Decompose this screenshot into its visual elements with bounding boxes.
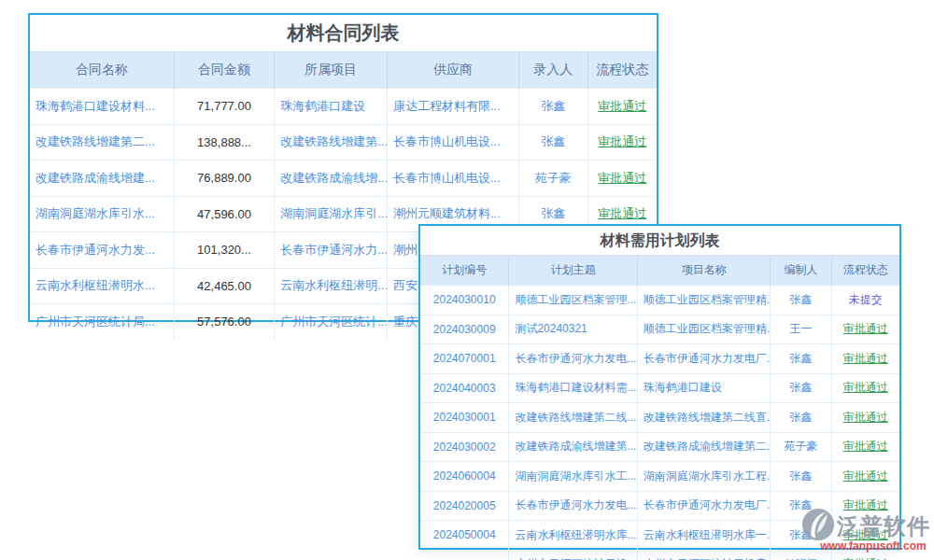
column-header: 计划编号 [420,256,509,286]
workflow-status-link[interactable]: 审批通过 [831,403,899,433]
workflow-status-link[interactable]: 审批通过 [831,344,899,374]
contract-header-row: 合同名称合同金额所属项目供应商录入人流程状态 [30,52,657,89]
column-header: 所属项目 [275,52,388,89]
plan-subject-link[interactable]: 珠海鹤港口建设材料需... [509,373,637,403]
project-link[interactable]: 改建铁路线增建第... [275,124,388,161]
plan-subject-link[interactable]: 顺德工业园区档案管理... [509,286,637,315]
column-header: 供应商 [387,52,518,89]
column-header: 项目名称 [637,256,771,286]
author-name: 张鑫 [771,462,831,492]
contract-name-link[interactable]: 云南水利枢纽潜明水... [30,268,174,304]
plan-subject-link[interactable]: 长春市伊通河水力发电... [509,344,637,374]
project-name-link[interactable]: 长春市伊通河水力发电厂... [637,491,771,521]
contract-amount: 42,465.00 [174,268,274,304]
column-header: 录入人 [518,52,587,89]
plan-subject-link[interactable]: 长春市伊通河水力发电... [509,491,637,521]
supplier-link[interactable]: 长春市博山机电设... [387,161,518,197]
entry-person: 苑子豪 [518,161,587,197]
project-name-link[interactable]: 湖南洞庭湖水库引水工程... [637,462,771,492]
plan-number-link[interactable]: 2024030001 [420,403,509,433]
plan-number-link[interactable]: 2024030010 [420,286,509,315]
plan-subject-link[interactable]: 广州市天河区统计局机... [509,550,637,560]
author-name: 张鑫 [771,344,831,374]
table-row: 2024070001长春市伊通河水力发电...长春市伊通河水力发电厂...张鑫审… [420,344,899,374]
project-link[interactable]: 珠海鹤港口建设 [275,89,388,125]
workflow-status-link[interactable]: 审批通过 [831,462,899,492]
workflow-status-link[interactable]: 审批通过 [831,315,899,344]
workflow-status-link[interactable]: 未提交 [831,286,899,315]
project-link[interactable]: 改建铁路成渝线增... [275,161,388,197]
table-row: 2024030001改建铁路线增建第二线...改建铁路线增建第二线直...张鑫审… [420,403,899,433]
brand-url: www.fanpusoft.com [801,539,932,553]
plan-subject-link[interactable]: 改建铁路线增建第二线... [509,403,637,433]
plan-header-row: 计划编号计划主题项目名称编制人流程状态 [420,256,899,286]
contract-amount: 71,777.00 [174,89,274,125]
plan-number-link[interactable]: 2024030002 [420,432,509,462]
contract-name-link[interactable]: 广州市天河区统计局... [30,304,174,340]
column-header: 编制人 [771,256,831,286]
table-row: 2024060004湖南洞庭湖水库引水工...湖南洞庭湖水库引水工程...张鑫审… [420,462,899,492]
project-name-link[interactable]: 顺德工业园区档案管理精... [637,286,771,315]
entry-person: 张鑫 [518,89,587,125]
plan-subject-link[interactable]: 云南水利枢纽潜明水库... [509,521,637,551]
contract-amount: 138,888... [174,124,274,161]
author-name: 张鑫 [771,373,831,403]
project-link[interactable]: 长春市伊通河水力... [275,232,388,269]
table-row: 改建铁路线增建第二...138,888...改建铁路线增建第...长春市博山机电… [30,124,657,161]
column-header: 流程状态 [831,256,899,286]
plan-number-link[interactable]: 2024010005 [420,550,509,560]
contract-amount: 76,889.00 [174,161,274,197]
contract-name-link[interactable]: 改建铁路线增建第二... [30,124,174,161]
table-row: 2024030002改建铁路成渝线增建第...改建铁路成渝线增建第二...苑子豪… [420,432,899,462]
project-name-link[interactable]: 改建铁路线增建第二线直... [637,403,771,433]
plan-number-link[interactable]: 2024040003 [420,373,509,403]
table-row: 珠海鹤港口建设材料...71,777.00珠海鹤港口建设康达工程材料有限...张… [30,89,657,125]
contract-amount: 47,596.00 [174,196,274,232]
plan-number-link[interactable]: 2024070001 [420,344,509,374]
contract-name-link[interactable]: 改建铁路成渝线增建... [30,161,174,197]
plan-subject-link[interactable]: 测试20240321 [509,315,637,344]
brand-name: 泛普软件 [837,511,930,541]
column-header: 合同金额 [174,52,274,89]
column-header: 计划主题 [509,256,637,286]
plan-number-link[interactable]: 2024020005 [420,491,509,521]
supplier-link[interactable]: 长春市博山机电设... [387,124,518,161]
workflow-status-link[interactable]: 审批通过 [587,124,657,161]
table-row: 2024040003珠海鹤港口建设材料需...珠海鹤港口建设张鑫审批通过 [420,373,899,403]
supplier-link[interactable]: 康达工程材料有限... [387,89,518,125]
project-name-link[interactable]: 广州市天河区统计局机房... [637,550,771,560]
contract-name-link[interactable]: 湖南洞庭湖水库引水... [30,196,174,232]
table-row: 改建铁路成渝线增建...76,889.00改建铁路成渝线增...长春市博山机电设… [30,161,657,197]
workflow-status-link[interactable]: 审批通过 [587,161,657,197]
project-name-link[interactable]: 改建铁路成渝线增建第二... [637,432,771,462]
entry-person: 张鑫 [518,124,587,161]
author-name: 张鑫 [771,403,831,433]
author-name: 张鑫 [771,286,831,315]
material-plan-list-panel: 材料需用计划列表 计划编号计划主题项目名称编制人流程状态 2024030010顺… [418,224,901,550]
plan-list-title: 材料需用计划列表 [420,226,899,255]
contract-name-link[interactable]: 长春市伊通河水力发... [30,232,174,269]
project-name-link[interactable]: 顺德工业园区档案管理精... [637,315,771,344]
plan-number-link[interactable]: 2024060004 [420,462,509,492]
column-header: 流程状态 [587,52,657,89]
plan-number-link[interactable]: 2024030009 [420,315,509,344]
project-name-link[interactable]: 珠海鹤港口建设 [637,373,771,403]
contract-amount: 57,576.00 [174,304,274,340]
plan-subject-link[interactable]: 改建铁路成渝线增建第... [509,432,637,462]
contract-name-link[interactable]: 珠海鹤港口建设材料... [30,89,174,125]
author-name: 苑子豪 [771,432,831,462]
project-name-link[interactable]: 长春市伊通河水力发电厂... [637,344,771,374]
fanpu-watermark: 泛普软件 www.fanpusoft.com [801,509,932,553]
plan-number-link[interactable]: 2024050004 [420,521,509,551]
contract-list-title: 材料合同列表 [30,15,657,51]
plan-subject-link[interactable]: 湖南洞庭湖水库引水工... [509,462,637,492]
workflow-status-link[interactable]: 审批通过 [831,432,899,462]
project-name-link[interactable]: 云南水利枢纽潜明水库一... [637,521,771,551]
author-name: 王一 [771,315,831,344]
contract-amount: 101,320... [174,232,274,269]
workflow-status-link[interactable]: 审批通过 [587,89,657,125]
workflow-status-link[interactable]: 审批通过 [831,373,899,403]
project-link[interactable]: 湖南洞庭湖水库引... [275,196,388,232]
project-link[interactable]: 广州市天河区统计... [275,304,388,340]
project-link[interactable]: 云南水利枢纽潜明... [275,268,388,304]
